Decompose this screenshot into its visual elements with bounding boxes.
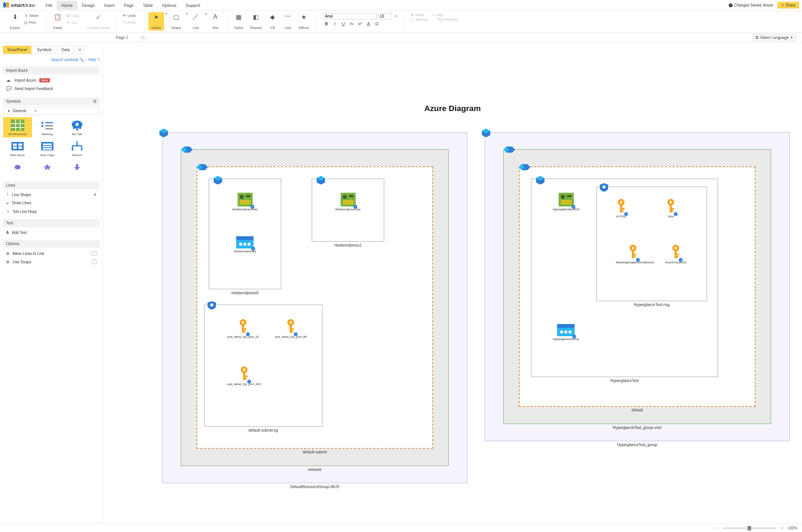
menu-support[interactable]: Support bbox=[181, 1, 205, 10]
subnet-left[interactable]: default-subnet rtestwordpress0 i rtestwo… bbox=[196, 166, 433, 449]
tab-symbols[interactable]: Symbols bbox=[33, 46, 56, 54]
vm-box-hyperglance[interactable]: HyperglanceTest i hyperglancetest532 Hyp… bbox=[531, 179, 718, 377]
add-text-row[interactable]: AAdd Text bbox=[3, 229, 100, 237]
spacing-button[interactable]: ⇳Spacing bbox=[411, 18, 428, 21]
symbol-backlog[interactable]: Backlog bbox=[33, 117, 62, 137]
chevron-down-icon[interactable]: ▼ bbox=[165, 12, 168, 16]
symbol-extra-2[interactable] bbox=[33, 159, 62, 175]
vm-box-wordpress0[interactable]: rtestwordpress0 i rtestwordpress0nic i r… bbox=[209, 179, 281, 289]
menu-table[interactable]: Table bbox=[138, 1, 157, 10]
menu-page[interactable]: Page bbox=[119, 1, 138, 10]
menu-home[interactable]: Home bbox=[57, 1, 77, 10]
key-port22[interactable]: i pub_allow_tcp_port_22 bbox=[227, 319, 259, 339]
paste-button[interactable]: 📋Paste bbox=[50, 12, 65, 31]
search-symbols-link[interactable]: Search symbols 🔍 bbox=[51, 58, 84, 62]
vm-box-wordpress1[interactable]: rtestwordpress1 i rtestwordpress1nic bbox=[312, 179, 384, 242]
zoom-slider[interactable] bbox=[723, 527, 776, 529]
share-button[interactable]: ⇪ Share bbox=[778, 2, 799, 8]
nsg-box-left[interactable]: default-subnet-sg i pub_allow_tcp_port_2… bbox=[204, 305, 322, 427]
bold-button[interactable]: B bbox=[323, 21, 330, 26]
undo-button[interactable]: ↶Undo bbox=[121, 12, 140, 19]
chevron-down-icon[interactable]: ▼ bbox=[205, 12, 208, 16]
cut-button[interactable]: ✂Cut bbox=[65, 19, 84, 26]
send-feedback-row[interactable]: 💬 Send Import Feedback bbox=[3, 84, 100, 93]
key-https[interactable]: i HTTPS bbox=[616, 198, 626, 219]
subnet-right[interactable]: default HyperglanceTest i hyperglancetes… bbox=[519, 166, 755, 407]
ip-hyperglance[interactable]: i HyperglanceTest-ip bbox=[553, 324, 579, 341]
copy-button[interactable]: ⧉Copy bbox=[65, 12, 84, 19]
resource-group-right[interactable]: HyperglanceTest_group HyperglanceTest_gr… bbox=[485, 132, 790, 441]
info-icon[interactable]: i bbox=[624, 212, 628, 216]
text-direction-button[interactable]: →Text Direction bbox=[432, 18, 458, 21]
add-page-button[interactable]: + bbox=[140, 35, 146, 40]
symbol-category-general[interactable]: ▼General ✕ bbox=[3, 107, 100, 115]
line-tool[interactable]: ／Line bbox=[188, 12, 203, 31]
zoom-thumb[interactable] bbox=[747, 526, 751, 530]
font-color-button[interactable]: A bbox=[365, 21, 372, 26]
align-button[interactable]: ≡Align bbox=[432, 13, 458, 17]
close-icon[interactable]: ✕ bbox=[34, 109, 37, 113]
vnet-right[interactable]: HyperglanceTest_group-vnet default Hyper… bbox=[503, 149, 771, 424]
resource-group-left[interactable]: DefaultResourceGroup-WUS network default… bbox=[162, 132, 467, 483]
text-tool[interactable]: AText bbox=[208, 12, 223, 31]
italic-button[interactable]: I bbox=[332, 21, 338, 26]
key-outbound[interactable]: i AllowHyperglanceOutBound bbox=[616, 244, 650, 264]
chevron-down-icon[interactable]: ▼ bbox=[395, 15, 398, 18]
subscript-button[interactable]: x₂ bbox=[348, 21, 355, 26]
themes-button[interactable]: ◧Themes bbox=[246, 12, 265, 31]
key-cloudout[interactable]: i AzureCloudOut bbox=[665, 244, 686, 264]
share-ribbon-button[interactable]: ⇪Share bbox=[23, 12, 42, 19]
use-snaps-checkbox[interactable] bbox=[92, 260, 97, 264]
line-style-button[interactable]: 〰Line bbox=[280, 12, 295, 31]
select-tool[interactable]: ➤Select bbox=[148, 12, 164, 31]
info-icon[interactable]: i bbox=[247, 380, 251, 384]
styles-button[interactable]: ▦Styles bbox=[231, 12, 246, 31]
effects-button[interactable]: ★Effects bbox=[295, 12, 312, 31]
symbol-blob-block[interactable]: Blob Block bbox=[3, 138, 32, 158]
menu-options[interactable]: Options bbox=[157, 1, 181, 10]
line-shape-row[interactable]: └Line Shape ▼ bbox=[3, 191, 100, 199]
chevron-down-icon[interactable]: ▼ bbox=[185, 12, 188, 16]
panel-close-button[interactable]: ✕ bbox=[76, 46, 84, 54]
export-button[interactable]: ⬇Export bbox=[7, 12, 23, 31]
print-button[interactable]: ⎙Print bbox=[23, 19, 42, 26]
symbol-branch[interactable]: Branch bbox=[63, 138, 92, 158]
help-link[interactable]: Help ? bbox=[89, 58, 100, 62]
key-port443[interactable]: i pub_allow_tcp_port_443 bbox=[227, 366, 261, 386]
fill-button[interactable]: ◆Fill bbox=[265, 12, 280, 31]
info-icon[interactable]: i bbox=[572, 205, 575, 209]
info-icon[interactable]: i bbox=[636, 258, 640, 262]
info-icon[interactable]: i bbox=[353, 205, 357, 209]
font-size-input[interactable] bbox=[378, 13, 392, 19]
key-port80[interactable]: i pub_allow_tcp_port_80 bbox=[275, 319, 307, 339]
symbol-biztalk[interactable]: Biz Talk bbox=[63, 117, 92, 137]
info-icon[interactable]: i bbox=[250, 205, 254, 209]
symbol-extra-1[interactable] bbox=[3, 159, 32, 175]
symbol-blob-page[interactable]: Blob Page bbox=[33, 138, 62, 158]
shape-tool[interactable]: ▢Shape bbox=[168, 12, 184, 31]
format-painter-button[interactable]: 🖌Format Painter bbox=[84, 12, 113, 31]
use-snaps-row[interactable]: ⚙Use Snaps bbox=[3, 258, 100, 266]
zoom-in-button[interactable]: + bbox=[779, 526, 784, 530]
menu-insert[interactable]: Insert bbox=[100, 1, 119, 10]
import-azure-row[interactable]: ☁ Import Azure Beta bbox=[3, 76, 100, 84]
symbol-extra-3[interactable] bbox=[63, 159, 92, 175]
language-select[interactable]: G Select Language ▼ bbox=[753, 34, 796, 41]
nic-wordpress0[interactable]: i rtestwordpress0nic bbox=[232, 193, 258, 211]
canvas[interactable]: Azure Diagram DefaultResourceGroup-WUS n… bbox=[103, 43, 802, 524]
font-name-input[interactable] bbox=[323, 13, 377, 19]
line-hops-row[interactable]: ＋Set Line Hops bbox=[3, 207, 100, 216]
menu-icon[interactable]: ☰ bbox=[93, 99, 97, 103]
page-tab-1[interactable]: Page 1 bbox=[107, 34, 137, 41]
menu-file[interactable]: File bbox=[41, 1, 57, 10]
nic-hyperglance[interactable]: i hyperglancetest532 bbox=[553, 193, 580, 211]
nsg-box-right[interactable]: HyperglanceTest-nsg i HTTPS i SSH i bbox=[596, 187, 707, 301]
zoom-out-button[interactable]: − bbox=[714, 526, 720, 530]
superscript-button[interactable]: x² bbox=[357, 21, 364, 26]
redo-button[interactable]: ↷Redo bbox=[121, 19, 140, 26]
draw-lines-row[interactable]: ↙Draw Lines bbox=[3, 199, 100, 207]
ip-wordpress0[interactable]: i rtestwordpressip bbox=[234, 236, 256, 253]
menu-design[interactable]: Design bbox=[77, 1, 100, 10]
key-ssh[interactable]: i SSH bbox=[665, 198, 676, 219]
allow-lines-checkbox[interactable] bbox=[92, 251, 97, 256]
